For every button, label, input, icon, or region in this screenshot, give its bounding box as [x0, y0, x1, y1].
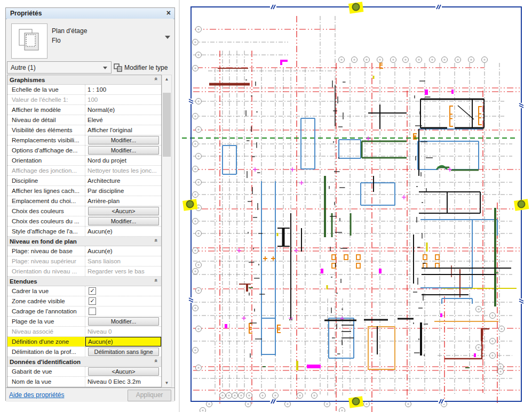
- filter-dropdown-value: Autre (1): [7, 64, 36, 71]
- checkbox-checked[interactable]: ✓: [89, 287, 96, 295]
- property-value-button[interactable]: Délimitation sans ligne: [88, 348, 159, 356]
- property-label: Délimitation de la prof...: [7, 347, 85, 357]
- properties-help-link[interactable]: Aide des propriétés: [9, 391, 64, 399]
- property-value[interactable]: Architecture: [85, 176, 161, 185]
- palette-footer: Aide des propriétés Appliquer: [6, 387, 174, 402]
- type-category: Plan d'étage: [52, 27, 87, 35]
- property-value[interactable]: <Aucun>: [85, 367, 161, 376]
- property-value[interactable]: Aucun(e): [85, 246, 161, 256]
- property-value[interactable]: Modifier...: [85, 146, 161, 155]
- collapse-icon[interactable]: «: [153, 239, 160, 242]
- section-header[interactable]: Données d'identification«: [7, 357, 161, 367]
- checkbox-unchecked[interactable]: [89, 308, 96, 315]
- property-value[interactable]: 1 : 100: [85, 85, 161, 94]
- property-row: Plage: niveau de baseAucun(e): [7, 246, 161, 256]
- collapse-icon[interactable]: «: [153, 77, 160, 80]
- property-value[interactable]: Par discipline: [85, 186, 161, 196]
- property-label: Niveau de détail: [7, 115, 85, 125]
- section-header[interactable]: Etendues«: [7, 277, 161, 286]
- property-value[interactable]: Aucun(e): [85, 227, 161, 236]
- property-row: Niveau associéNiveau 0: [7, 327, 161, 337]
- property-value[interactable]: Elevé: [85, 115, 161, 125]
- property-value[interactable]: Sans liaison: [85, 256, 161, 266]
- edit-type-button[interactable]: Modifier le type: [114, 61, 174, 74]
- type-selector[interactable]: Plan d'étage Flo: [7, 19, 173, 60]
- property-value[interactable]: Niveau 0 Elec 3.2m: [85, 377, 161, 386]
- property-value[interactable]: Modifier...: [85, 216, 161, 226]
- property-label: Visibilité des éléments: [7, 125, 85, 135]
- filter-dropdown[interactable]: Autre (1): [7, 61, 112, 74]
- property-value[interactable]: Aucun(e): [85, 337, 161, 346]
- property-value[interactable]: 100: [85, 95, 161, 104]
- section-header[interactable]: Graphismes«: [7, 75, 161, 85]
- section-header[interactable]: Niveau en fond de plan«: [7, 237, 161, 246]
- property-label: Définition d'une zone: [7, 337, 85, 346]
- property-value-button[interactable]: <Aucun>: [88, 367, 159, 376]
- property-row: Valeur de l'échelle 1:100: [7, 95, 161, 105]
- edit-type-icon: [114, 63, 122, 72]
- property-label: Plage de la vue: [7, 317, 85, 326]
- property-label: Nom de la vue: [7, 377, 85, 386]
- crop-handle-right[interactable]: [514, 199, 529, 211]
- property-value[interactable]: Regarder vers le bas: [85, 266, 161, 276]
- apply-button[interactable]: Appliquer: [128, 390, 171, 401]
- property-value[interactable]: <Aucun>: [85, 206, 161, 216]
- property-row: Cadrer la vue✓: [7, 286, 161, 296]
- property-label: Orientation du niveau ...: [7, 266, 85, 276]
- scroll-up-icon[interactable]: ▲: [162, 75, 171, 83]
- property-label: Valeur de l'échelle 1:: [7, 95, 85, 104]
- property-label: Zone cadrée visible: [7, 296, 85, 306]
- property-row: Nom de la vueNiveau 0 Elec 3.2m: [7, 377, 161, 387]
- property-label: Gabarit de vue: [7, 367, 85, 376]
- properties-titlebar[interactable]: Propriétés ×: [6, 8, 174, 19]
- property-value-button[interactable]: Modifier...: [88, 146, 159, 155]
- property-label: Niveau associé: [7, 327, 85, 336]
- checkbox-checked[interactable]: ✓: [89, 297, 96, 305]
- grid-scrollbar[interactable]: ▲ ▼: [162, 75, 172, 387]
- type-selector-dropdown-icon[interactable]: [165, 36, 170, 39]
- collapse-icon[interactable]: «: [153, 279, 160, 282]
- scroll-down-icon[interactable]: ▼: [162, 379, 171, 387]
- crop-handle-left[interactable]: [182, 199, 197, 211]
- section-title: Données d'identification: [7, 359, 81, 365]
- property-value-button[interactable]: Modifier...: [88, 217, 159, 225]
- property-value-button[interactable]: Modifier...: [88, 317, 159, 326]
- collapse-icon[interactable]: «: [153, 359, 160, 362]
- property-label: Cadrer la vue: [7, 286, 85, 296]
- blue-model-lines: [223, 118, 497, 358]
- property-row: Style d'affichage de l'a...Aucun(e): [7, 227, 161, 237]
- property-label: Choix des couleurs: [7, 206, 85, 216]
- scrollbar-thumb[interactable]: [163, 93, 171, 157]
- gray-grid-lines: [193, 16, 512, 395]
- close-icon[interactable]: ×: [166, 9, 171, 17]
- property-label: Choix des couleurs du ...: [7, 216, 85, 226]
- property-value[interactable]: Modifier...: [85, 135, 161, 145]
- property-label: Afficher le modèle: [7, 105, 85, 115]
- property-value[interactable]: Délimitation sans ligne: [85, 347, 161, 357]
- type-thumbnail: [11, 23, 47, 59]
- property-value[interactable]: ✓: [85, 296, 161, 306]
- crop-handle-bottom[interactable]: [348, 396, 363, 408]
- property-value[interactable]: Modifier...: [85, 317, 161, 326]
- crop-break-controls[interactable]: [188, 4, 525, 404]
- property-value-button[interactable]: <Aucun>: [88, 207, 159, 215]
- property-value-button[interactable]: Modifier...: [88, 136, 159, 144]
- crop-handle-top[interactable]: [348, 2, 363, 13]
- property-row: OrientationNord du projet: [7, 156, 161, 166]
- revit-workspace: Propriétés × Plan d'étage Flo Autre (1): [0, 0, 532, 412]
- property-value[interactable]: Nettoyer toutes les jonc...: [85, 166, 161, 175]
- property-value[interactable]: Nord du projet: [85, 156, 161, 165]
- property-row: Choix des couleurs<Aucun>: [7, 206, 161, 216]
- property-label: Style d'affichage de l'a...: [7, 227, 85, 236]
- property-value[interactable]: Niveau 0: [85, 327, 161, 336]
- property-label: Emplacement du choi...: [7, 196, 85, 206]
- property-row: Echelle de la vue1 : 100: [7, 85, 161, 95]
- property-row: Remplacements visibili...Modifier...: [7, 135, 161, 146]
- property-value[interactable]: Normal(e): [85, 105, 161, 115]
- property-value[interactable]: [85, 306, 161, 316]
- property-value[interactable]: ✓: [85, 286, 161, 296]
- crop-region-border[interactable]: [191, 7, 521, 401]
- property-value[interactable]: Arrière-plan: [85, 196, 161, 206]
- property-value[interactable]: Afficher l'original: [85, 125, 161, 135]
- property-row: Afficher le modèleNormal(e): [7, 105, 161, 115]
